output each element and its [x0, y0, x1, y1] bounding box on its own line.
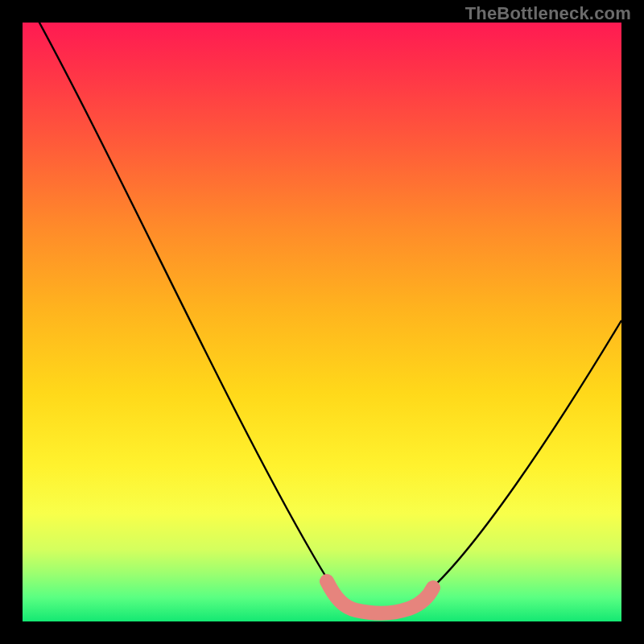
optimal-range-marker: [23, 23, 621, 621]
plot-area: [23, 23, 621, 621]
optimal-range-path: [327, 581, 433, 613]
watermark-text: TheBottleneck.com: [465, 3, 631, 24]
chart-frame: TheBottleneck.com: [0, 0, 644, 644]
